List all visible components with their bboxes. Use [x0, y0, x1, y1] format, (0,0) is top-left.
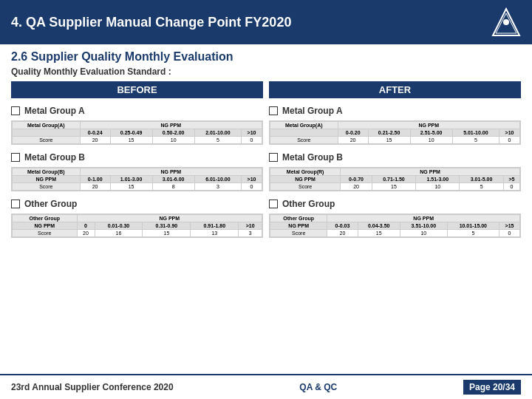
checkbox-metal-b-before	[11, 153, 20, 162]
checkbox-other-before	[11, 200, 20, 208]
metal-b-after-table: Metal Group(R) NG PPM NG PPM 0-0.70 0.71…	[269, 167, 521, 191]
metal-a-after-table: Metal Group(A) NG PPM 0-0.20 0.21-2.50 2…	[269, 120, 521, 145]
other-before-label: Other Group	[11, 199, 263, 209]
checkbox-metal-a-after	[269, 106, 278, 115]
logo-icon	[491, 7, 521, 37]
footer: 23rd Annual Supplier Conference 2020 QA …	[0, 374, 532, 399]
metal-b-before-table: Metal Group(B) NG PPM NG PPM 0-1.00 1.01…	[11, 167, 263, 191]
header: 4. QA Supplier Manual Change Point FY202…	[0, 0, 532, 44]
footer-conference: 23rd Annual Supplier Conference 2020	[11, 382, 174, 392]
metal-a-before-label: Metal Group A	[11, 106, 263, 116]
other-after-label: Other Group	[269, 199, 521, 209]
other-before-table: Other Group NG PPM NG PPM 0 0.01-0.30 0.…	[11, 214, 263, 238]
footer-page: Page 20/34	[463, 380, 521, 395]
section-title: 2.6 Supplier Quality Monthly Evaluation	[11, 50, 521, 64]
after-header: AFTER	[269, 81, 521, 98]
checkbox-metal-a-before	[11, 106, 20, 115]
checkbox-metal-b-after	[269, 153, 278, 162]
other-after-table: Other Group NG PPM NG PPM 0-0.03 0.04-3.…	[269, 214, 521, 238]
metal-b-before-label: Metal Group B	[11, 152, 263, 163]
metal-a-after-label: Metal Group A	[269, 106, 521, 116]
before-header: BEFORE	[11, 81, 263, 98]
footer-department: QA & QC	[299, 382, 337, 392]
header-title: 4. QA Supplier Manual Change Point FY202…	[11, 15, 291, 30]
metal-b-after-label: Metal Group B	[269, 152, 521, 163]
metal-a-before-table: Metal Group(A) NG PPM 0-0.24 0.25-0.49 0…	[11, 120, 263, 145]
checkbox-other-after	[269, 200, 278, 208]
svg-point-2	[503, 19, 509, 25]
subtitle: Quality Monthly Evaluation Standard :	[11, 66, 521, 77]
